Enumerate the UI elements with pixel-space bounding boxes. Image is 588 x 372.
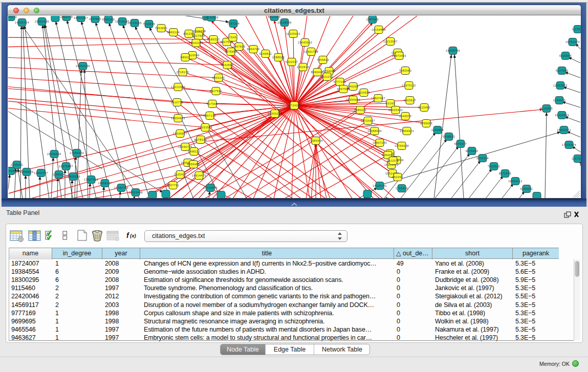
svg-text:7485063: 7485063 — [399, 69, 411, 72]
svg-text:9245652: 9245652 — [520, 187, 533, 190]
svg-text:417006: 417006 — [207, 102, 218, 105]
svg-text:1803719: 1803719 — [60, 16, 73, 18]
svg-text:8267130: 8267130 — [204, 114, 216, 117]
svg-text:15751074: 15751074 — [565, 40, 580, 43]
svg-text:1549575: 1549575 — [399, 115, 411, 118]
svg-text:8990448: 8990448 — [311, 71, 323, 74]
svg-text:8471676: 8471676 — [499, 172, 511, 175]
svg-text:20206536: 20206536 — [47, 152, 61, 156]
svg-text:10975887: 10975887 — [59, 165, 73, 168]
svg-text:7955812: 7955812 — [317, 58, 329, 61]
svg-text:12975115: 12975115 — [402, 84, 416, 87]
svg-text:9084067: 9084067 — [382, 154, 394, 157]
svg-text:1588520: 1588520 — [272, 56, 285, 59]
svg-text:f: f — [126, 231, 129, 239]
svg-text:8960124: 8960124 — [167, 31, 180, 34]
svg-text:9327503: 9327503 — [192, 34, 205, 37]
svg-text:16648784: 16648784 — [446, 49, 460, 52]
svg-text:8813054: 8813054 — [268, 16, 280, 18]
svg-text:9329966: 9329966 — [559, 54, 572, 57]
svg-text:7515535: 7515535 — [143, 23, 155, 26]
svg-text:21053346: 21053346 — [76, 64, 90, 68]
svg-text:5938923: 5938923 — [443, 135, 455, 138]
svg-text:1640954: 1640954 — [431, 128, 444, 132]
svg-text:(x): (x) — [130, 233, 136, 238]
svg-text:19166827: 19166827 — [173, 132, 187, 135]
svg-text:12093872: 12093872 — [553, 84, 568, 87]
svg-text:7986322: 7986322 — [354, 108, 366, 112]
svg-text:3624554: 3624554 — [358, 91, 370, 94]
svg-text:18807249: 18807249 — [373, 141, 387, 144]
svg-text:16543382: 16543382 — [189, 41, 203, 45]
svg-text:7357224: 7357224 — [227, 22, 239, 25]
svg-text:9777169: 9777169 — [334, 80, 346, 83]
svg-text:11156829: 11156829 — [19, 170, 33, 173]
svg-text:8427552: 8427552 — [210, 90, 222, 93]
svg-text:2867608: 2867608 — [233, 45, 245, 48]
svg-text:15692971: 15692971 — [557, 128, 571, 132]
svg-text:12942737: 12942737 — [34, 171, 48, 174]
svg-text:252254: 252254 — [393, 176, 403, 179]
svg-text:17016504: 17016504 — [562, 143, 576, 146]
svg-text:2335061: 2335061 — [11, 163, 23, 166]
svg-text:8678332: 8678332 — [194, 138, 207, 141]
svg-text:239154: 239154 — [8, 169, 16, 172]
svg-text:9227349: 9227349 — [556, 69, 568, 72]
svg-text:10756928: 10756928 — [395, 144, 409, 147]
svg-text:8454749: 8454749 — [247, 48, 259, 51]
svg-text:7663822: 7663822 — [155, 27, 167, 30]
svg-text:10961758: 10961758 — [304, 50, 318, 53]
svg-text:9115460: 9115460 — [418, 106, 430, 109]
svg-text:15640910: 15640910 — [298, 41, 312, 44]
svg-text:1167534: 1167534 — [572, 157, 581, 160]
svg-text:1362615: 1362615 — [297, 65, 309, 69]
svg-text:10958117: 10958117 — [98, 182, 112, 185]
svg-text:25300293: 25300293 — [268, 112, 282, 115]
svg-text:2935114: 2935114 — [476, 157, 489, 160]
svg-text:6497568: 6497568 — [337, 87, 350, 91]
svg-text:12213369: 12213369 — [171, 85, 185, 89]
svg-text:12353594: 12353594 — [198, 126, 212, 129]
svg-text:14055724: 14055724 — [15, 21, 29, 24]
svg-text:16914479: 16914479 — [192, 174, 206, 177]
svg-text:7625402: 7625402 — [174, 173, 186, 176]
svg-text:98901: 98901 — [181, 56, 189, 59]
svg-text:19654925: 19654925 — [171, 117, 185, 120]
svg-text:16782759: 16782759 — [114, 186, 128, 189]
svg-text:9242848: 9242848 — [221, 63, 233, 67]
svg-text:15720407: 15720407 — [361, 119, 375, 122]
svg-text:6794028: 6794028 — [323, 70, 335, 73]
svg-text:11325419: 11325419 — [286, 32, 300, 35]
svg-text:9146821: 9146821 — [259, 52, 272, 55]
svg-text:2035572: 2035572 — [8, 16, 17, 18]
svg-text:10654112: 10654112 — [508, 180, 522, 183]
svg-text:20691406: 20691406 — [35, 20, 49, 23]
svg-text:2718176: 2718176 — [177, 71, 189, 74]
svg-text:2987682: 2987682 — [366, 18, 379, 21]
svg-text:18724007: 18724007 — [287, 104, 301, 107]
svg-text:17957253: 17957253 — [84, 178, 98, 181]
svg-text:1145194: 1145194 — [53, 173, 65, 176]
svg-text:7632621: 7632621 — [488, 165, 500, 168]
svg-text:1621072: 1621072 — [321, 75, 333, 78]
svg-text:14136141: 14136141 — [373, 184, 387, 187]
svg-text:10807487: 10807487 — [371, 97, 385, 100]
svg-text:15716485: 15716485 — [203, 186, 217, 189]
svg-text:10025433: 10025433 — [388, 108, 403, 112]
svg-text:16154808: 16154808 — [372, 28, 386, 31]
svg-text:1610755: 1610755 — [171, 101, 183, 104]
svg-text:3875685: 3875685 — [225, 50, 237, 53]
svg-text:2803144: 2803144 — [212, 76, 225, 79]
svg-text:8215955: 8215955 — [540, 107, 553, 110]
svg-text:9474444: 9474444 — [466, 149, 478, 152]
svg-text:12505135: 12505135 — [66, 175, 80, 178]
svg-text:7546: 7546 — [229, 36, 236, 39]
svg-text:1733426: 1733426 — [396, 187, 408, 190]
svg-text:5322037: 5322037 — [286, 60, 298, 63]
svg-text:9857791: 9857791 — [167, 184, 179, 187]
svg-text:62160: 62160 — [386, 102, 395, 105]
svg-text:12213967: 12213967 — [383, 40, 398, 43]
svg-text:9899695: 9899695 — [420, 122, 432, 125]
svg-text:6966160: 6966160 — [102, 18, 115, 21]
svg-text:10653267: 10653267 — [74, 16, 88, 19]
